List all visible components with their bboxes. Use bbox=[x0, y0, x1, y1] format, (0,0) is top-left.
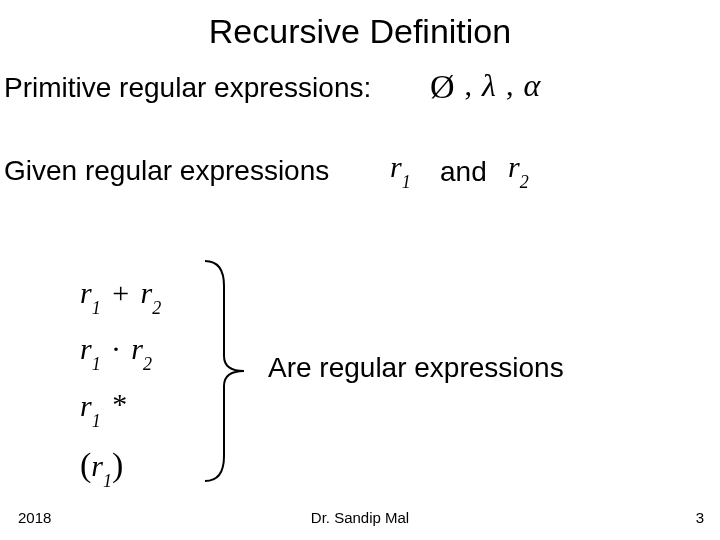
comma: , bbox=[506, 68, 514, 102]
right-brace-icon bbox=[200, 256, 250, 486]
r2-symbol: r2 bbox=[508, 150, 529, 189]
alpha-symbol: α bbox=[523, 67, 540, 104]
slide-title: Recursive Definition bbox=[0, 0, 720, 51]
expression-list: r1 + r2 r1 · r2 r1 * (r1) bbox=[80, 265, 161, 497]
expr-star: r1 * bbox=[80, 378, 161, 434]
and-word: and bbox=[440, 156, 487, 188]
expr-sum: r1 + r2 bbox=[80, 265, 161, 321]
given-text: Given regular expressions bbox=[4, 155, 329, 187]
comma: , bbox=[465, 68, 473, 102]
lambda-symbol: λ bbox=[482, 67, 496, 104]
footer-page-number: 3 bbox=[696, 509, 704, 526]
expr-concat: r1 · r2 bbox=[80, 321, 161, 377]
emptyset-symbol: Ø bbox=[430, 68, 455, 106]
primitive-symbols: Ø , λ , α bbox=[430, 66, 540, 104]
primitive-text: Primitive regular expressions: bbox=[4, 72, 371, 104]
expr-paren: (r1) bbox=[80, 434, 161, 497]
footer-year: 2018 bbox=[18, 509, 51, 526]
are-regular-text: Are regular expressions bbox=[268, 352, 564, 384]
footer-author: Dr. Sandip Mal bbox=[311, 509, 409, 526]
r1-symbol: r1 bbox=[390, 150, 411, 189]
